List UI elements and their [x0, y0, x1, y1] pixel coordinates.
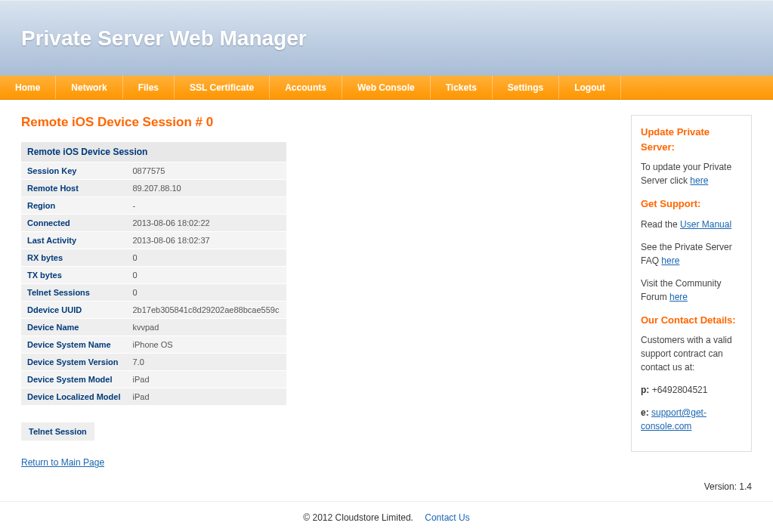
row-value: 0 [126, 284, 286, 302]
faq-here-link[interactable]: here [661, 255, 679, 266]
row-key: RX bytes [21, 249, 126, 267]
row-value: kvvpad [126, 319, 286, 336]
nav-item-network[interactable]: Network [56, 76, 122, 99]
table-row: Telnet Sessions0 [21, 284, 286, 302]
table-row: Region- [21, 197, 286, 215]
support-email-link[interactable]: support@get-console.com [641, 407, 707, 431]
row-value: 7.0 [126, 354, 286, 371]
table-row: Last Activity2013-08-06 18:02:37 [21, 232, 286, 249]
row-key: Device System Name [21, 336, 126, 354]
table-row: Device Localized ModeliPad [21, 388, 286, 406]
row-key: Region [21, 197, 126, 215]
footer-contact-link[interactable]: Contact Us [425, 512, 469, 523]
nav-item-ssl-certificate[interactable]: SSL Certificate [175, 76, 270, 99]
footer: © 2012 Cloudstore Limited. Contact Us [0, 501, 773, 532]
forum-here-link[interactable]: here [669, 292, 688, 302]
nav-item-accounts[interactable]: Accounts [270, 76, 342, 99]
sidebar-contact-phone: p: +6492804521 [641, 383, 742, 397]
row-value: 2013-08-06 18:02:37 [126, 232, 286, 249]
table-row: Session Key0877575 [21, 162, 286, 180]
sidebar-update-heading: Update Private Server: [641, 125, 742, 154]
row-key: Last Activity [21, 232, 126, 249]
table-row: TX bytes0 [21, 267, 286, 284]
sidebar-support-manual: Read the User Manual [641, 218, 742, 231]
row-key: Device Localized Model [21, 388, 126, 406]
page-heading: Remote iOS Device Session # 0 [21, 115, 613, 130]
row-value: - [126, 197, 286, 215]
sidebar-contact-heading: Our Contact Details: [641, 313, 742, 328]
row-key: Device Name [21, 319, 126, 336]
nav-item-logout[interactable]: Logout [559, 76, 621, 99]
app-title: Private Server Web Manager [21, 26, 307, 51]
row-value: 0 [126, 249, 286, 267]
user-manual-link[interactable]: User Manual [680, 219, 731, 230]
row-key: Device System Version [21, 354, 126, 371]
row-key: Connected [21, 215, 126, 232]
session-info-table: Remote iOS Device Session Session Key087… [21, 142, 286, 406]
table-row: Device System ModeliPad [21, 371, 286, 388]
nav-item-web-console[interactable]: Web Console [342, 76, 431, 99]
row-value: 2b17eb305841c8d29202ae88bcae559c [126, 302, 286, 319]
row-key: Ddevice UUID [21, 302, 126, 319]
table-row: Connected2013-08-06 18:02:22 [21, 215, 286, 232]
nav-item-home[interactable]: Home [0, 76, 56, 99]
sidebar: Update Private Server: To update your Pr… [631, 115, 752, 452]
row-key: TX bytes [21, 267, 126, 284]
main-nav: HomeNetworkFilesSSL CertificateAccountsW… [0, 76, 773, 100]
sidebar-contact-intro: Customers with a valid support contract … [641, 333, 742, 374]
table-row: Ddevice UUID2b17eb305841c8d29202ae88bcae… [21, 302, 286, 319]
row-key: Device System Model [21, 371, 126, 388]
row-value: iPad [126, 388, 286, 406]
row-value: iPhone OS [126, 336, 286, 354]
row-key: Remote Host [21, 180, 126, 197]
nav-item-settings[interactable]: Settings [493, 76, 559, 99]
app-header: Private Server Web Manager [0, 0, 773, 76]
table-row: Remote Host89.207.88.10 [21, 180, 286, 197]
sidebar-contact-email: e: support@get-console.com [641, 406, 742, 433]
row-value: 0 [126, 267, 286, 284]
sidebar-support-faq: See the Private Server FAQ here [641, 240, 742, 268]
table-row: Device System NameiPhone OS [21, 336, 286, 354]
sidebar-support-heading: Get Support: [641, 196, 742, 212]
row-value: 2013-08-06 18:02:22 [126, 215, 286, 232]
session-table-title: Remote iOS Device Session [21, 142, 286, 162]
nav-item-files[interactable]: Files [123, 76, 175, 99]
table-row: Device Namekvvpad [21, 319, 286, 336]
row-key: Session Key [21, 162, 126, 180]
footer-copyright: © 2012 Cloudstore Limited. [303, 512, 413, 523]
return-main-link[interactable]: Return to Main Page [21, 457, 104, 468]
nav-item-tickets[interactable]: Tickets [431, 76, 493, 99]
table-row: RX bytes0 [21, 249, 286, 267]
update-here-link[interactable]: here [690, 175, 708, 186]
telnet-session-box[interactable]: Telnet Session [21, 422, 94, 441]
table-row: Device System Version7.0 [21, 354, 286, 371]
sidebar-update-text: To update your Private Server click here [641, 160, 742, 187]
version-label: Version: 1.4 [0, 475, 773, 495]
row-value: 0877575 [126, 162, 286, 180]
row-key: Telnet Sessions [21, 284, 126, 302]
row-value: 89.207.88.10 [126, 180, 286, 197]
row-value: iPad [126, 371, 286, 388]
sidebar-support-forum: Visit the Community Forum here [641, 277, 742, 304]
